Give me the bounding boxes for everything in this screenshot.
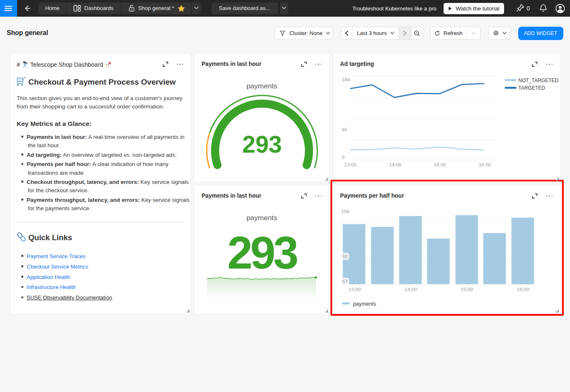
svg-text:65: 65 — [342, 127, 348, 133]
svg-text:293: 293 — [242, 131, 282, 158]
svg-text:0: 0 — [342, 154, 345, 160]
svg-text:14:00: 14:00 — [389, 162, 402, 168]
svg-text:13:00: 13:00 — [344, 162, 357, 168]
svg-text:57: 57 — [342, 279, 348, 284]
svg-text:14:00: 14:00 — [405, 286, 417, 292]
svg-text:293: 293 — [227, 227, 297, 273]
svg-text:15:00: 15:00 — [461, 286, 473, 292]
svg-text:16:00: 16:00 — [517, 286, 530, 292]
svg-text:16:00: 16:00 — [479, 162, 491, 168]
svg-text:184: 184 — [342, 77, 350, 83]
svg-text:TARGETED: TARGETED — [518, 85, 545, 91]
svg-text:92: 92 — [342, 254, 348, 259]
svg-text:payments: payments — [353, 301, 376, 307]
svg-text:15:00: 15:00 — [434, 162, 446, 168]
svg-text:156: 156 — [341, 209, 350, 214]
svg-text:NOT_TARGETED: NOT_TARGETED — [518, 78, 559, 83]
svg-text:13:00: 13:00 — [348, 286, 361, 292]
